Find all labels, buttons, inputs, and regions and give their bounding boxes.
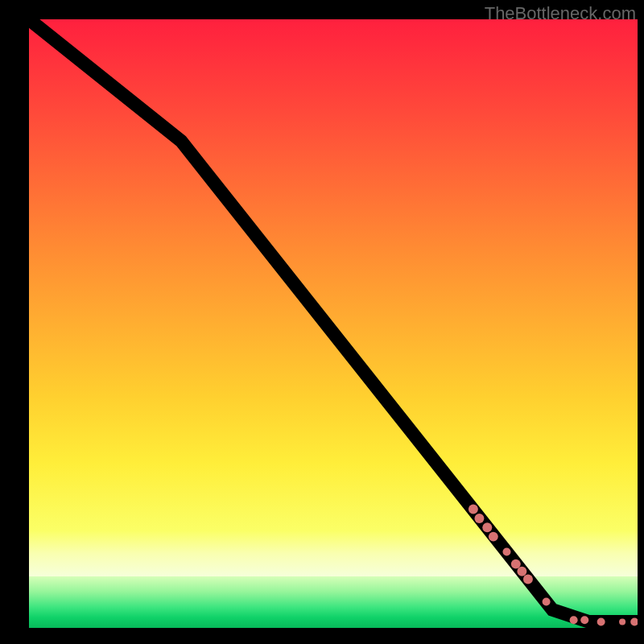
scatter-dot [474, 514, 484, 523]
watermark-text: TheBottleneck.com [485, 3, 636, 24]
chart-container [29, 19, 638, 628]
main-curve [29, 19, 638, 621]
scatter-dot [489, 532, 498, 542]
scatter-dot [619, 618, 625, 625]
overlay-svg [29, 19, 638, 628]
scatter-dot [482, 522, 492, 532]
scatter-dot [469, 505, 478, 514]
scatter-dot [543, 598, 551, 606]
scatter-dot [502, 548, 510, 556]
scatter-dot [517, 567, 526, 576]
plot-area [29, 19, 638, 628]
scatter-dot [580, 616, 588, 624]
scatter-dot [523, 575, 533, 584]
scatter-dot [570, 616, 578, 624]
scatter-dot [597, 617, 605, 625]
